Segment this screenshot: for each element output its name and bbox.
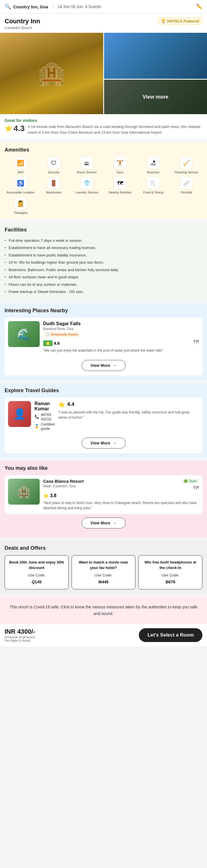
covid-text: This resort is Covid-19 safe. Click to k… <box>6 604 201 617</box>
amenities-section: Amenities 📶 WiFi 🛡 Security 🛎 Room Servi… <box>0 142 207 219</box>
amenity-wardrobes-label: Wardrobes <box>46 190 61 194</box>
guide-view-more-label: View More <box>91 441 110 445</box>
amenity-beaches-label: Beaches <box>147 170 159 174</box>
amenity-beaches: 🏖 Beaches <box>137 157 169 174</box>
facility-item: All floor surfaces clean and in good sha… <box>5 273 202 281</box>
search-dates[interactable]: 14 Jun-16 Jun, 4 Guests <box>58 4 194 9</box>
similar-hotel-name: Casa Blanca Resort <box>43 479 84 484</box>
cert-icon: 🏅 <box>34 424 39 428</box>
deal-3-title: Win free boAt headphones at the check-in <box>142 559 199 571</box>
deal-card-3: Win free boAt headphones at the check-in… <box>138 555 202 590</box>
wardrobes-icon: 🚪 <box>48 177 60 189</box>
amenity-food: 🍴 Food & Dining <box>137 177 169 194</box>
clock-icon: 🕐 <box>46 333 50 336</box>
place-rating-num: 4.6 <box>54 341 60 346</box>
beaches-icon: 🏖 <box>147 157 159 169</box>
nearby-view-more-button[interactable]: View More → <box>82 360 126 371</box>
edit-search-icon[interactable]: ✏️ <box>196 3 202 10</box>
guide-info: Raman Kumar 📞 98765 43210 🏅 Certified gu… <box>34 401 55 431</box>
place-location: Mandovi River, Goa <box>43 327 199 331</box>
deal-2-title: Want to match a movie near your fav hote… <box>75 559 132 571</box>
rating-section: Great for visitors ⭐ 4.3 A 14-minute wal… <box>0 114 207 140</box>
phone-icon: 📞 <box>34 414 39 419</box>
guide-view-more-button[interactable]: View More → <box>82 438 126 448</box>
guide-arrow-icon: → <box>113 441 117 445</box>
deals-grid: Book 20th June and enjoy 30% discount Us… <box>5 555 202 590</box>
room-service-icon: 🛎 <box>81 157 93 169</box>
trophy-icon: 🏆 <box>161 19 166 23</box>
amenity-room-service: 🛎 Room Service <box>71 157 103 174</box>
deal-1-code-label: Use Code: <box>8 572 65 578</box>
guides-section: Explore Travel Guides 👤 Raman Kumar 📞 98… <box>0 383 207 458</box>
hotel-header: Country Inn Candolim Beach 🏆 HOTELS Feat… <box>0 13 207 33</box>
facility-item: Establishment to have public liability i… <box>5 252 202 259</box>
guide-cert: 🏅 Certified guide <box>34 422 55 431</box>
amenity-cleaning: 🧹 Cleaning Service <box>171 157 202 174</box>
guide-avatar: 👤 <box>8 401 31 427</box>
gym-icon: 🏋 <box>114 157 126 169</box>
facility-item: Power backup or Diesel Generator - DG se… <box>5 288 202 296</box>
facilities-section: Facilities Full-time operation 7 days a … <box>0 222 207 300</box>
hotel-location: Candolim Beach <box>5 26 40 30</box>
gallery-bottom-right-image[interactable]: View more <box>104 80 207 114</box>
deal-2-code-label: Use Code: <box>75 572 132 578</box>
similar-rating-num: 3.8 <box>50 493 56 498</box>
search-bar: 🔍 Country Inn, Goa | 14 Jun-16 Jun, 4 Gu… <box>0 0 207 13</box>
amenity-wifi: 📶 WiFi <box>5 157 36 174</box>
place-rating-badge: ⭐ <box>43 340 53 346</box>
amenity-nearby: 🗺 Nearby Activites <box>104 177 136 194</box>
covid-section[interactable]: This resort is Covid-19 safe. Click to k… <box>0 597 207 624</box>
place-card: Dudh Sagar Falls Mandovi River, Goa 🕐 Te… <box>5 318 202 375</box>
select-room-button[interactable]: Let's Select a Room <box>139 628 202 642</box>
deal-3-code-label: Use Code: <box>142 572 199 578</box>
featured-badge: 🏆 HOTELS Featured <box>158 18 202 25</box>
amenity-gym-label: Gym <box>117 170 123 174</box>
closed-badge: 🕐 Temporarily Closed <box>43 332 80 337</box>
laundry-icon: 👕 <box>81 177 93 189</box>
featured-label: HOTELS Featured <box>167 19 199 23</box>
hotel-name: Country Inn <box>5 18 40 25</box>
therapies-icon: 💆 <box>14 197 27 210</box>
amenity-food-label: Food & Dining <box>143 190 163 194</box>
amenity-wardrobes: 🚪 Wardrobes <box>38 177 69 194</box>
amenity-laundry: 👕 Laundry Service <box>71 177 103 194</box>
closed-label: Temporarily Closed <box>51 333 78 336</box>
amenity-first-aid: 🩹 First Aid <box>171 177 202 194</box>
similar-section: You may also like Casa Blanca Resort Wad… <box>0 461 207 538</box>
deal-1-title: Book 20th June and enjoy 30% discount <box>8 559 65 571</box>
price-note-line2: Per Night (1 Adult) <box>5 639 30 642</box>
search-location[interactable]: Country Inn, Goa <box>13 4 48 9</box>
image-gallery: View more <box>0 33 207 114</box>
similar-arrow-icon: → <box>113 521 117 525</box>
place-info: Dudh Sagar Falls Mandovi River, Goa 🕐 Te… <box>43 321 199 353</box>
price-note-line1: (Inclusive of all taxes) <box>5 636 35 639</box>
place-quote: "We can just enjoy the waterfalls in the… <box>43 348 163 353</box>
gallery-top-right-image <box>104 33 207 79</box>
nearby-title: Interesting Places Nearby <box>5 308 202 314</box>
deal-1-code: Q145 <box>8 579 65 585</box>
place-image <box>8 321 40 347</box>
amenity-first-aid-label: First Aid <box>181 190 192 194</box>
facility-item: Establishment to have all necessary trad… <box>5 244 202 252</box>
open-label: Open <box>189 479 197 483</box>
nearby-icon: 🗺 <box>114 177 126 189</box>
place-name: Dudh Sagar Falls <box>43 321 199 326</box>
similar-view-more-button[interactable]: View More → <box>82 518 126 528</box>
similar-hotel-card: Casa Blanca Resort Wadi, Candolim, Goa 🟢… <box>5 475 202 514</box>
similar-hotel-quote: "Nice place to stay in North Goa. Very c… <box>43 500 199 510</box>
similar-title: You may also like <box>5 465 202 471</box>
deal-3-code: B679 <box>142 579 199 585</box>
facility-item: Floors can be of any surface or material… <box>5 281 202 288</box>
guide-rating-section: ⭐ 4.4 "I was so pleased with the trip. O… <box>58 401 199 431</box>
facilities-title: Facilities <box>5 227 202 233</box>
security-icon: 🛡 <box>48 157 60 169</box>
view-more-overlay[interactable]: View more <box>104 80 207 114</box>
amenities-grid: 📶 WiFi 🛡 Security 🛎 Room Service 🏋 Gym 🏖… <box>5 157 202 215</box>
amenity-therapies-label: Therapies <box>13 211 28 215</box>
accessible-icon: ♿ <box>14 177 27 189</box>
search-divider: | <box>52 4 54 9</box>
map-icon: 🗺 <box>193 339 199 345</box>
facility-item: 24 hr. lifts for buildings higher than g… <box>5 259 202 266</box>
view-more-label: View more <box>143 94 169 100</box>
deal-card-1: Book 20th June and enjoy 30% discount Us… <box>5 555 69 590</box>
